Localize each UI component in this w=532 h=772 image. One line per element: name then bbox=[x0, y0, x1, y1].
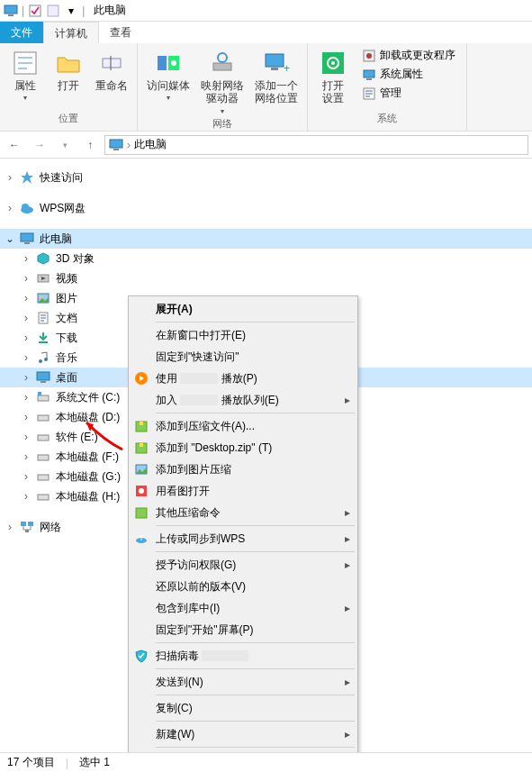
rename-button[interactable]: 重命名 bbox=[94, 47, 130, 94]
ctx-add-image-compress[interactable]: 添加到图片压缩 bbox=[131, 459, 356, 480]
back-button[interactable]: ← bbox=[4, 134, 25, 156]
uninstall-button[interactable]: 卸载或更改程序 bbox=[358, 47, 459, 64]
svg-text:+: + bbox=[284, 62, 290, 75]
submenu-arrow-icon: ▸ bbox=[345, 602, 350, 614]
tree-3d-objects[interactable]: ›3D 对象 bbox=[0, 249, 532, 268]
viewer-icon bbox=[134, 484, 149, 498]
svg-rect-45 bbox=[21, 522, 26, 526]
ctx-expand[interactable]: 展开(A) bbox=[131, 298, 356, 320]
expand-icon[interactable]: › bbox=[20, 371, 32, 384]
ctx-other-compress[interactable]: 其他压缩命令▸ bbox=[131, 502, 356, 523]
ctx-send-to[interactable]: 发送到(N)▸ bbox=[131, 671, 356, 693]
ctx-add-archive[interactable]: 添加到压缩文件(A)... bbox=[131, 415, 356, 437]
ctx-restore-prev[interactable]: 还原以前的版本(V) bbox=[131, 576, 356, 597]
manage-icon bbox=[362, 86, 376, 101]
svg-rect-52 bbox=[140, 443, 143, 447]
expand-icon[interactable]: › bbox=[20, 411, 32, 423]
tree-quick-access[interactable]: ›快速访问 bbox=[0, 168, 532, 187]
manage-button[interactable]: 管理 bbox=[358, 85, 459, 102]
tab-view[interactable]: 查看 bbox=[99, 22, 142, 43]
pc-icon bbox=[109, 139, 123, 151]
blank-qat-icon[interactable] bbox=[46, 4, 60, 18]
ctx-use-play[interactable]: 使用 播放(P) bbox=[131, 368, 356, 389]
expand-icon[interactable]: › bbox=[20, 351, 32, 364]
svg-rect-21 bbox=[366, 78, 372, 80]
properties-button[interactable]: 属性 ▾ bbox=[7, 47, 43, 104]
svg-rect-41 bbox=[38, 435, 49, 440]
ctx-upload-wps[interactable]: 上传或同步到WPS▸ bbox=[131, 528, 356, 549]
desktop-icon bbox=[36, 370, 52, 385]
add-network-location-button[interactable]: + 添加一个网络位置 bbox=[253, 47, 300, 107]
submenu-arrow-icon: ▸ bbox=[345, 394, 350, 406]
drive-os-icon bbox=[36, 390, 52, 404]
chevron-right-icon[interactable]: › bbox=[127, 139, 131, 151]
ctx-pin-quick[interactable]: 固定到"快速访问" bbox=[131, 346, 356, 368]
sys-props-icon bbox=[362, 68, 376, 82]
svg-rect-10 bbox=[213, 63, 231, 70]
status-selected: 选中 1 bbox=[79, 755, 110, 770]
qat-separator-2: | bbox=[82, 5, 85, 17]
svg-rect-28 bbox=[24, 242, 30, 244]
expand-icon[interactable]: › bbox=[4, 202, 16, 214]
breadcrumb[interactable]: 此电脑 bbox=[134, 137, 167, 152]
open-settings-button[interactable]: 打开设置 bbox=[315, 47, 351, 107]
svg-point-17 bbox=[331, 61, 335, 65]
svg-rect-43 bbox=[38, 475, 49, 480]
tab-computer[interactable]: 计算机 bbox=[43, 22, 99, 43]
expand-icon[interactable]: › bbox=[20, 272, 32, 285]
svg-point-35 bbox=[44, 358, 48, 361]
ctx-add-playlist[interactable]: 加入 播放队列(E)▸ bbox=[131, 389, 356, 411]
title-bar: | ▾ | 此电脑 bbox=[0, 0, 532, 22]
svg-rect-1 bbox=[8, 14, 14, 16]
qat-separator: | bbox=[22, 5, 24, 17]
recent-dropdown-icon[interactable]: ▾ bbox=[54, 134, 76, 156]
collapse-icon[interactable]: ⌄ bbox=[4, 232, 16, 245]
ctx-grant-access[interactable]: 授予访问权限(G)▸ bbox=[131, 554, 356, 576]
svg-point-34 bbox=[39, 359, 42, 363]
svg-rect-3 bbox=[48, 5, 59, 16]
svg-point-55 bbox=[139, 488, 144, 494]
checkbox-qat-icon[interactable] bbox=[28, 4, 42, 18]
forward-button[interactable]: → bbox=[29, 134, 50, 156]
svg-rect-0 bbox=[5, 5, 17, 14]
expand-icon[interactable]: › bbox=[20, 252, 32, 265]
window-title: 此电脑 bbox=[94, 3, 126, 18]
ctx-pin-start[interactable]: 固定到"开始"屏幕(P) bbox=[131, 619, 356, 640]
map-drive-button[interactable]: 映射网络驱动器 ▾ bbox=[199, 47, 246, 117]
pc-icon bbox=[4, 4, 18, 18]
expand-icon[interactable]: › bbox=[4, 171, 16, 184]
expand-icon[interactable]: › bbox=[20, 490, 32, 503]
ctx-add-desktop-zip[interactable]: 添加到 "Desktop.zip" (T) bbox=[131, 437, 356, 459]
expand-icon[interactable]: › bbox=[20, 312, 32, 324]
submenu-arrow-icon: ▸ bbox=[345, 559, 350, 571]
expand-icon[interactable]: › bbox=[4, 521, 16, 533]
expand-icon[interactable]: › bbox=[20, 431, 32, 443]
address-field[interactable]: › 此电脑 bbox=[104, 135, 528, 155]
expand-icon[interactable]: › bbox=[20, 450, 32, 463]
ctx-new[interactable]: 新建(W)▸ bbox=[131, 723, 356, 745]
tree-videos[interactable]: ›视频 bbox=[0, 268, 532, 288]
system-properties-button[interactable]: 系统属性 bbox=[358, 66, 459, 83]
ctx-open-new-window[interactable]: 在新窗口中打开(E) bbox=[131, 324, 356, 346]
tree-wps[interactable]: ›WPS网盘 bbox=[0, 198, 532, 218]
qat-dropdown-icon[interactable]: ▾ bbox=[64, 4, 78, 18]
tree-this-pc[interactable]: ⌄此电脑 bbox=[0, 229, 532, 249]
ctx-open-with-viewer[interactable]: 用看图打开 bbox=[131, 480, 356, 502]
open-button[interactable]: 打开 bbox=[50, 47, 86, 94]
svg-rect-12 bbox=[266, 54, 284, 67]
address-bar: ← → ▾ ↑ › 此电脑 bbox=[0, 132, 532, 159]
svg-rect-5 bbox=[103, 59, 121, 68]
access-media-button[interactable]: 访问媒体 ▾ bbox=[145, 47, 192, 104]
svg-rect-20 bbox=[364, 70, 374, 77]
ctx-scan-virus[interactable]: 扫描病毒 bbox=[131, 645, 356, 667]
expand-icon[interactable]: › bbox=[20, 470, 32, 483]
ribbon: 属性 ▾ 打开 重命名 位置 访问媒体 ▾ 映射网络驱动器 bbox=[0, 43, 532, 132]
expand-icon[interactable]: › bbox=[20, 292, 32, 304]
ctx-include-library[interactable]: 包含到库中(I)▸ bbox=[131, 597, 356, 619]
expand-icon[interactable]: › bbox=[20, 391, 32, 404]
expand-icon[interactable]: › bbox=[20, 332, 32, 344]
ctx-copy[interactable]: 复制(C) bbox=[131, 697, 356, 719]
up-button[interactable]: ↑ bbox=[79, 134, 101, 156]
svg-rect-42 bbox=[38, 455, 49, 460]
tab-file[interactable]: 文件 bbox=[0, 22, 43, 43]
